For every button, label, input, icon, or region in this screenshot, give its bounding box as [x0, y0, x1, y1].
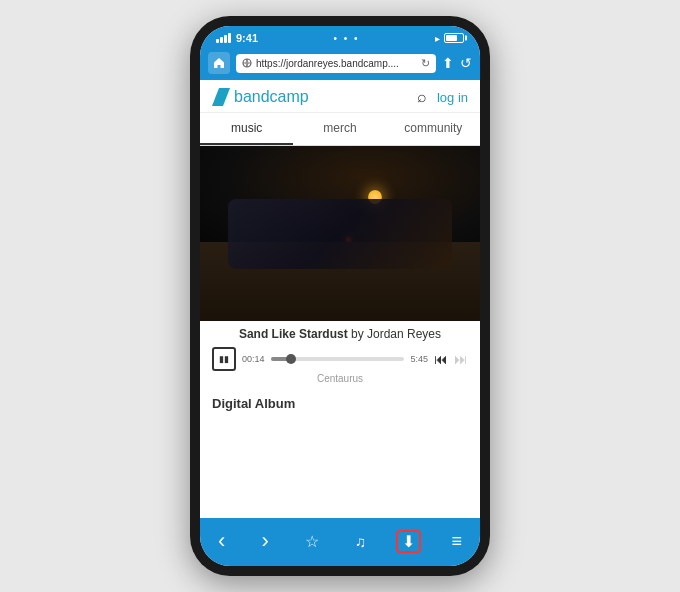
url-text: https://jordanreyes.bandcamp.... — [256, 58, 417, 69]
player-section: Sand Like Stardust by Jordan Reyes ▮▮ 00… — [200, 321, 480, 388]
bluetooth-icon: ▸ — [435, 33, 440, 44]
download-button[interactable]: ⬇ — [396, 530, 421, 553]
signal-indicator — [216, 33, 231, 43]
bookmark-button[interactable]: ☆ — [299, 530, 325, 553]
notch-dots: • • • — [333, 33, 359, 44]
login-link[interactable]: log in — [437, 90, 468, 105]
back-button[interactable]: ‹ — [212, 526, 231, 556]
nav-tabs: music merch community — [200, 113, 480, 146]
time-end: 5:45 — [410, 354, 428, 364]
album-art — [200, 146, 480, 321]
tab-merch[interactable]: merch — [293, 113, 386, 145]
battery-indicator — [444, 33, 464, 43]
bottom-toolbar: ‹ › ☆ ♫ ⬇ ≡ — [200, 518, 480, 566]
figure-element — [228, 199, 452, 269]
svg-marker-2 — [212, 88, 230, 106]
home-button[interactable] — [208, 52, 230, 74]
search-icon[interactable]: ⌕ — [417, 88, 427, 106]
status-bar: 9:41 • • • ▸ — [200, 26, 480, 48]
tab-music[interactable]: music — [200, 113, 293, 145]
album-label: Centaurus — [212, 373, 468, 384]
track-title: Sand Like Stardust by Jordan Reyes — [212, 327, 468, 341]
browser-bar: https://jordanreyes.bandcamp.... ↻ ⬆ ↺ — [200, 48, 480, 80]
player-controls: ▮▮ 00:14 5:45 ⏮ ⏭ — [212, 347, 468, 371]
bandcamp-logo-icon — [212, 88, 230, 106]
forward-button[interactable]: › — [255, 526, 274, 556]
logo-text: bandcamp — [234, 88, 309, 106]
share-button[interactable]: ⬆ — [442, 55, 454, 71]
bandcamp-logo[interactable]: bandcamp — [212, 88, 309, 106]
tab-community[interactable]: community — [387, 113, 480, 145]
digital-album-label: Digital Album — [212, 396, 468, 411]
play-pause-button[interactable]: ▮▮ — [212, 347, 236, 371]
reload-button[interactable]: ↻ — [421, 57, 430, 70]
status-time: 9:41 — [236, 32, 258, 44]
bottom-content: Digital Album — [200, 388, 480, 518]
menu-button[interactable]: ≡ — [445, 529, 468, 554]
phone-screen: 9:41 • • • ▸ — [200, 26, 480, 566]
tabs-button[interactable]: ♫ — [349, 531, 372, 552]
site-header: bandcamp ⌕ log in — [200, 80, 480, 113]
phone-outer: 9:41 • • • ▸ — [190, 16, 490, 576]
skip-next-button[interactable]: ⏭ — [454, 351, 468, 367]
progress-bar[interactable] — [271, 357, 405, 361]
time-start: 00:14 — [242, 354, 265, 364]
refresh-button[interactable]: ↺ — [460, 55, 472, 71]
skip-prev-button[interactable]: ⏮ — [434, 351, 448, 367]
url-bar[interactable]: https://jordanreyes.bandcamp.... ↻ — [236, 54, 436, 73]
